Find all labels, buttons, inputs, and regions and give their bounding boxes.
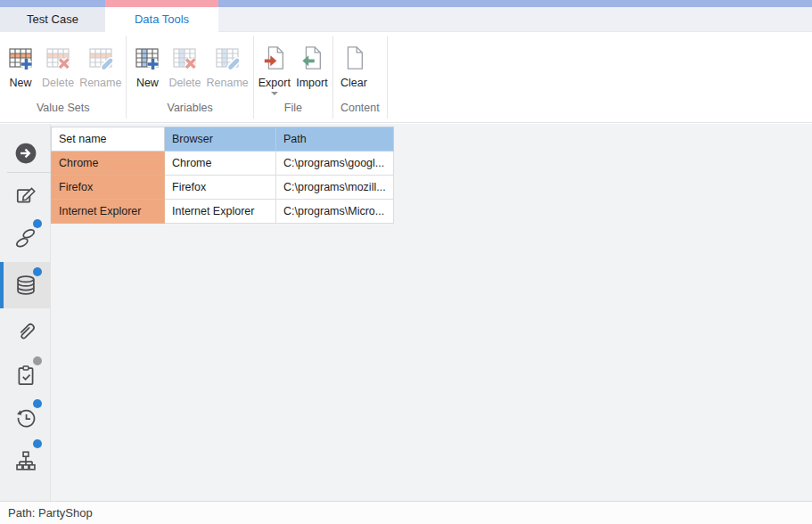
table-column-rename-icon [214,40,241,76]
import-button[interactable]: Import [293,37,331,89]
table-row: Chrome Chrome C:\programs\googl... [52,151,394,176]
table-row-rename-icon [87,40,114,76]
notification-dot [33,267,42,276]
export-label: Export [258,77,291,89]
value-sets-new-label: New [9,77,31,89]
table-row: Internet Explorer Internet Explorer C:\p… [52,200,394,224]
sidebar-item-edit[interactable] [0,174,51,217]
sidebar-divider [7,172,51,173]
variables-new-button[interactable]: New [128,37,166,89]
variables-new-label: New [136,77,159,89]
status-path-text: Path: PartyShop [8,506,93,520]
cell-path[interactable]: C:\programs\Micro... [276,200,394,224]
column-header-path[interactable]: Path [276,127,394,151]
history-icon [14,406,37,430]
cell-path[interactable]: C:\programs\googl... [276,151,394,176]
sidebar-item-go[interactable] [0,132,51,175]
column-header-browser[interactable]: Browser [165,127,276,151]
table-column-new-icon [134,40,160,76]
clear-file-icon [341,40,366,76]
tab-bar: Test Case Data Tools [0,7,812,32]
variables-rename-button[interactable]: Rename [204,37,251,89]
status-bar: Path: PartyShop [0,501,812,524]
sidebar-item-steps[interactable] [0,217,51,259]
content-area: Set name Browser Path Chrome Chrome C:\p… [0,124,812,501]
column-header-set-name[interactable]: Set name [52,127,165,151]
tab-data-tools[interactable]: Data Tools [105,7,218,33]
variables-delete-button[interactable]: Delete [166,37,203,89]
active-tab-accent [105,0,218,7]
value-sets-rename-button[interactable]: Rename [77,37,124,89]
notification-dot [33,439,42,448]
cell-path[interactable]: C:\programs\mozill... [276,176,394,200]
table-column-delete-icon [171,40,198,76]
value-sets-rename-label: Rename [79,77,121,89]
sidebar-item-validation[interactable] [0,354,51,397]
table-row: Firefox Firefox C:\programs\mozill... [52,176,394,200]
table-header-row: Set name Browser Path [52,127,394,151]
table-row-new-icon [7,40,34,76]
notification-dot [33,399,42,408]
tab-test-case[interactable]: Test Case [0,7,105,32]
group-value-sets: New Delete [0,36,127,119]
group-file: Export Import File [254,36,333,119]
cell-browser[interactable]: Firefox [165,176,276,200]
export-dropdown-icon[interactable] [271,92,278,95]
hierarchy-icon [14,449,37,472]
notification-dot [33,356,42,365]
top-accent-strip [0,0,812,7]
export-button[interactable]: Export [256,37,293,95]
table-row-delete-icon [45,40,71,76]
sidebar-item-data[interactable] [0,262,51,308]
export-file-icon [262,40,287,76]
group-content: Clear Content [333,36,388,119]
value-sets-new-button[interactable]: New [2,37,39,89]
go-circle-icon [14,142,37,165]
footsteps-icon [14,226,37,250]
group-label-value-sets: Value Sets [2,99,124,119]
group-label-content: Content [335,99,385,119]
import-file-icon [299,40,324,76]
database-icon [14,274,37,297]
notification-dot [33,219,42,228]
clear-button[interactable]: Clear [335,37,373,89]
value-sets-delete-label: Delete [42,77,74,89]
cell-browser[interactable]: Internet Explorer [165,200,276,224]
group-label-variables: Variables [128,99,250,119]
group-label-file: File [256,99,331,119]
edit-icon [14,184,37,207]
variables-rename-label: Rename [207,77,249,89]
sidebar-item-history[interactable] [0,397,51,439]
paperclip-icon [14,320,37,343]
sidebar-item-structure[interactable] [0,439,51,482]
clear-label: Clear [340,77,367,89]
cell-browser[interactable]: Chrome [165,151,276,176]
cell-set-name[interactable]: Firefox [52,176,165,200]
cell-set-name[interactable]: Chrome [52,151,165,176]
cell-set-name[interactable]: Internet Explorer [52,200,165,224]
clipboard-check-icon [14,364,37,387]
variables-delete-label: Delete [168,77,201,89]
sidebar-item-attachments[interactable] [0,310,51,353]
ribbon: New Delete [0,32,812,123]
value-sets-delete-button[interactable]: Delete [39,37,77,89]
group-variables: New Delete [127,36,253,119]
import-label: Import [296,77,327,89]
value-sets-table: Set name Browser Path Chrome Chrome C:\p… [51,127,394,224]
sidebar [0,124,51,501]
